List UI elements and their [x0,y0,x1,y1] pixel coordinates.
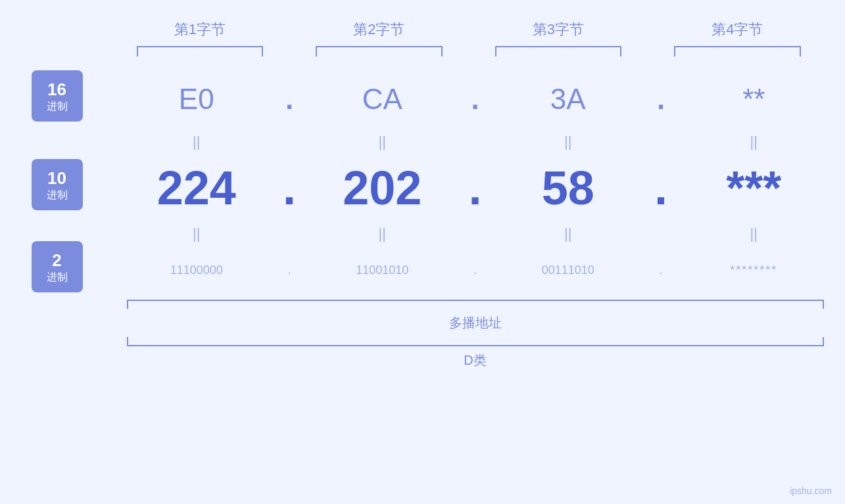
equals-row-1: || || || || [117,129,834,155]
binary-row: 11100000 . 11001010 . 00111010 . *******… [117,247,834,293]
multicast-label: 多播地址 [127,309,824,337]
equals-row-2: || || || || [117,221,834,247]
eq2-b4: || [674,225,834,242]
main-container: 第1字节 第2字节 第3字节 第4字节 16 进制 [0,0,845,504]
eq1-b1: || [117,133,277,150]
bin-b1: 11100000 [117,263,277,277]
bracket-3 [495,46,622,57]
hex-badge: 16 进制 [32,70,83,122]
hex-badge-num: 16 [47,80,66,100]
dec-b4: *** [674,161,834,215]
data-column: E0 . CA . 3A . ** || || || || 224 [117,70,834,293]
dec-dot3: . [648,161,674,215]
bin-b3: 00111010 [489,263,648,277]
dec-badge-num: 10 [47,168,66,189]
eq2-b3: || [489,225,648,242]
hex-row: E0 . CA . 3A . ** [117,70,834,129]
dec-badge: 10 进制 [32,159,83,210]
bracket-row [117,46,814,57]
dec-dot2: . [462,161,489,215]
header-row: 第1字节 第2字节 第3字节 第4字节 [117,20,814,39]
dec-b1: 224 [117,161,277,215]
byte3-header: 第3字节 [482,20,635,39]
bin-badge: 2 进制 [32,241,83,292]
content-area: 16 进制 10 进制 2 进制 [32,70,834,293]
hex-dot2: . [462,83,489,116]
hex-dot1: . [276,83,302,116]
bottom-section: 多播地址 D类 [127,300,824,375]
bin-badge-num: 2 [52,250,61,271]
hex-dot3: . [648,83,674,116]
hex-b3: 3A [489,83,648,116]
bracket-4 [674,46,801,57]
class-bottom-bracket [127,337,824,346]
bin-b2: 11001010 [302,263,462,277]
class-label: D类 [127,346,824,375]
hex-b1: E0 [117,83,277,116]
dec-b3: 58 [489,161,648,215]
bin-dot3: . [648,263,674,277]
hex-b2: CA [302,83,462,116]
hex-badge-wrapper: 16 进制 [32,70,83,129]
dec-b2: 202 [302,161,462,215]
bin-badge-label: 进制 [47,271,68,283]
eq1-b3: || [489,133,648,150]
eq2-b2: || [302,225,462,242]
byte2-header: 第2字节 [302,20,456,39]
bin-dot1: . [276,263,302,277]
bin-dot2: . [462,263,489,277]
dec-badge-wrapper: 10 进制 [32,155,83,221]
dec-dot1: . [276,161,302,215]
watermark: ipshu.com [790,486,832,496]
dec-badge-label: 进制 [47,189,68,201]
byte4-header: 第4字节 [661,20,814,39]
label-column: 16 进制 10 进制 2 进制 [32,70,117,293]
byte1-header: 第1字节 [124,20,277,39]
hex-b4: ** [674,83,834,116]
hex-badge-label: 进制 [47,100,68,112]
eq1-b4: || [674,133,834,150]
multicast-top-bracket [127,300,824,309]
decimal-row: 224 . 202 . 58 . *** [117,155,834,221]
bin-b4: ******** [674,263,834,277]
bracket-2 [316,46,443,57]
eq1-b2: || [302,133,462,150]
bin-badge-wrapper: 2 进制 [32,247,83,293]
eq2-b1: || [117,225,277,242]
bracket-1 [137,46,264,57]
